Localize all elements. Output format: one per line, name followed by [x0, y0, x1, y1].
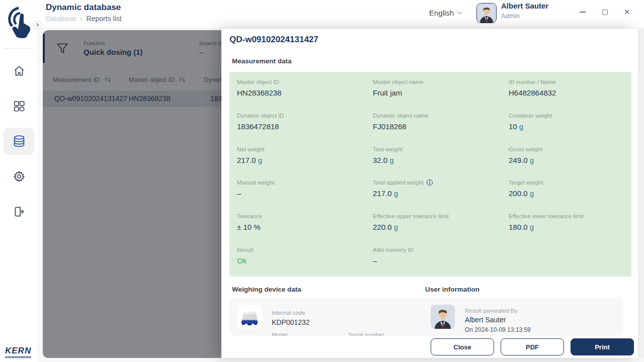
apps-grid-icon	[13, 100, 26, 113]
user-role: Admin	[501, 12, 520, 20]
measurement-field: Gross weighti 249.0 g	[509, 146, 638, 180]
field-value: –	[373, 256, 509, 265]
logout-icon	[13, 205, 26, 218]
field-value: 1836472818	[237, 122, 373, 131]
field-label: Master object name	[373, 79, 424, 85]
sidebar-item-logout[interactable]	[4, 198, 34, 225]
field-value: FJ018268	[373, 122, 509, 131]
measurement-field: Master object namei Fruit jam	[373, 79, 509, 113]
field-label: ID number / Name	[509, 79, 556, 85]
chevron-down-icon	[457, 10, 462, 15]
user-photo	[431, 305, 455, 329]
sidebar-item-home[interactable]	[4, 57, 34, 84]
report-detail-panel: QD-w09102024131427 Measurement data Mast…	[221, 29, 638, 358]
field-label: Tare weight	[373, 146, 403, 152]
measurement-field: Tolerancei ± 10 %	[237, 213, 373, 247]
field-value: 217.0 g	[373, 189, 509, 198]
measurement-field: Tare weighti 32.0 g	[373, 146, 509, 180]
close-window-button[interactable]: ✕	[622, 7, 632, 17]
measurement-field: Container weighti 10 g	[509, 113, 638, 146]
panel-footer: Close PDF Print	[221, 336, 638, 358]
sidebar-expand-button[interactable]	[33, 21, 42, 29]
maximize-icon	[602, 10, 608, 15]
field-value: –	[237, 189, 373, 198]
measurement-field: ID number / Namei H6482864832	[509, 79, 638, 113]
field-label: Total applied weight	[373, 179, 424, 186]
weighing-device-card: Internal code KDP001232 Model Serial num…	[229, 298, 427, 336]
breadcrumb-current: Reports list	[87, 15, 122, 23]
field-value: 10 g	[509, 122, 638, 131]
field-value: Ok	[237, 256, 373, 265]
field-value: 200.0 g	[509, 189, 638, 198]
result-timestamp: On 2024-10-09 13:13:59	[465, 326, 531, 333]
print-button[interactable]: Print	[571, 338, 634, 355]
minimize-button[interactable]	[578, 7, 588, 17]
field-value: 220.0 g	[373, 223, 509, 231]
report-title: QD-w09102024131427	[229, 35, 318, 45]
field-value: 32.0 g	[373, 156, 509, 164]
serial-number-label: Serial number	[348, 332, 384, 336]
info-icon[interactable]: i	[427, 179, 433, 186]
sidebar: KERN	[0, 0, 38, 362]
field-value: H6482864832	[509, 88, 638, 97]
sidebar-item-settings[interactable]	[4, 163, 34, 190]
result-generated-by-value: Albert Sauter	[465, 316, 506, 324]
language-selector[interactable]: English	[429, 9, 461, 17]
field-label: Target weight	[509, 179, 543, 186]
user-name: Albert Sauter	[501, 2, 548, 10]
measurement-field: Manual weighti –	[237, 179, 373, 213]
app-window: KERN Dynamic database Database › Reports…	[0, 0, 644, 362]
field-value: ± 10 %	[237, 223, 373, 231]
measurement-field: Dynamic object IDi 1836472818	[237, 113, 373, 146]
field-value: 217.0 g	[237, 156, 373, 164]
field-label: Effective lower tolerance limit	[509, 213, 584, 219]
measurement-grid: Master object IDi HN28368238 Master obje…	[229, 72, 631, 277]
field-label: Alibi memory ID	[373, 247, 414, 253]
user-information-card: Result generated By Albert Sauter On 202…	[423, 298, 623, 336]
field-label: Master object ID	[237, 79, 279, 85]
measurement-field: Net weighti 217.0 g	[237, 146, 373, 180]
field-label: Dynamic object ID	[237, 113, 284, 119]
maximize-button[interactable]	[600, 7, 610, 17]
field-label: Net weight	[237, 146, 264, 152]
breadcrumb-parent[interactable]: Database	[46, 15, 76, 23]
weighing-scale-photo	[237, 305, 262, 329]
field-label: Gross weight	[509, 146, 542, 152]
sidebar-item-database[interactable]	[4, 128, 34, 155]
kern-brand-logo: KERN	[5, 346, 31, 358]
vertical-scrollbar[interactable]	[638, 29, 644, 358]
top-bar: Dynamic database Database › Reports list…	[38, 0, 644, 29]
field-value: 180.0 g	[509, 223, 638, 231]
internal-code-label: Internal code	[272, 310, 305, 316]
result-generated-by-label: Result generated By	[465, 308, 517, 314]
measurement-field: Master object IDi HN28368238	[237, 79, 373, 113]
user-avatar[interactable]	[476, 3, 497, 23]
weighing-device-heading: Weighing device data	[232, 286, 301, 293]
page-title: Dynamic database	[46, 3, 121, 13]
measurement-field: Effective upper tolerance limiti 220.0 g	[373, 213, 509, 247]
field-label: Dynamic object name	[373, 113, 429, 119]
database-icon	[12, 134, 26, 148]
sidebar-divider	[4, 48, 33, 49]
user-information-heading: User information	[425, 286, 479, 293]
chevron-separator-icon: ›	[80, 15, 83, 23]
settings-gear-icon	[13, 170, 26, 183]
chevron-right-icon	[35, 23, 39, 27]
measurement-field: Resulti Ok	[237, 247, 373, 281]
minimize-icon	[580, 12, 586, 13]
field-label: Container weight	[509, 113, 552, 119]
model-label: Model	[272, 332, 287, 336]
language-value: English	[429, 9, 454, 17]
measurement-field: Target weighti 200.0 g	[509, 179, 638, 213]
content-area: Function Quick dosing (1) Search by – Me…	[38, 29, 644, 362]
internal-code-value: KDP001232	[272, 318, 310, 326]
field-value: 249.0 g	[509, 156, 638, 164]
sidebar-item-apps[interactable]	[4, 93, 34, 120]
field-value: Fruit jam	[373, 88, 509, 97]
close-button[interactable]: Close	[431, 338, 494, 355]
pdf-button[interactable]: PDF	[501, 338, 564, 355]
field-label: Effective upper tolerance limit	[373, 213, 449, 219]
touch-hand-logo	[6, 4, 32, 44]
measurement-field: Dynamic object namei FJ018268	[373, 113, 509, 146]
field-label: Result	[237, 247, 254, 253]
